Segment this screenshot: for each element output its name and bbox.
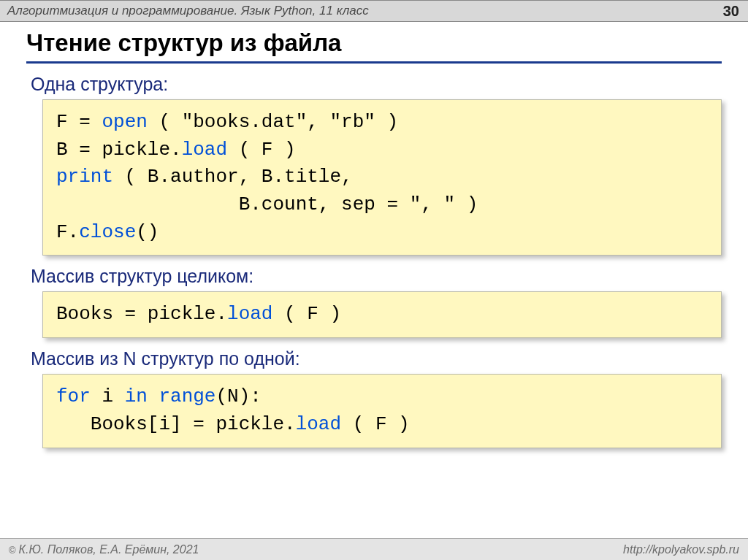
section-label-three-text: Массив из N структур по одной (31, 348, 295, 369)
code-keyword: in (125, 386, 148, 407)
copyright-icon: © (9, 545, 16, 556)
code-text: F = (56, 111, 102, 133)
section-label-two: Массив структур целиком: (31, 266, 722, 287)
code-keyword: open (102, 111, 147, 133)
code-keyword: range (159, 386, 215, 407)
section-label-two-text: Массив структур целиком (31, 266, 248, 286)
code-block-one: F = open ( "books.dat", "rb" ) B = pickl… (42, 99, 722, 256)
code-text: ( B.author, B.title, (113, 166, 353, 188)
code-text: F. (56, 221, 79, 243)
code-text: ( F ) (227, 139, 296, 161)
code-text: (N): (215, 386, 261, 407)
code-text: () (136, 221, 159, 243)
code-keyword: close (79, 221, 136, 243)
footer-url: http://kpolyakov.spb.ru (623, 543, 739, 556)
code-text: B = pickle. (56, 139, 182, 161)
slide-content: Чтение структур из файла Одна структура:… (0, 22, 748, 448)
code-text: Books = pickle. (56, 303, 227, 325)
section-label-one: Одна структура: (31, 74, 722, 95)
code-keyword: load (227, 303, 272, 325)
code-keyword: load (182, 139, 227, 161)
code-text (148, 386, 159, 407)
code-block-three: for i in range(N): Books[i] = pickle.loa… (42, 374, 722, 448)
code-block-two: Books = pickle.load ( F ) (42, 291, 722, 338)
code-keyword: for (56, 386, 91, 407)
code-text: ( F ) (272, 303, 341, 325)
code-keyword: load (296, 413, 341, 435)
footer-authors: ©К.Ю. Поляков, Е.А. Ерёмин, 2021 (9, 543, 199, 556)
section-label-three: Массив из N структур по одной: (31, 348, 722, 369)
footer-authors-text: К.Ю. Поляков, Е.А. Ерёмин, 2021 (19, 543, 199, 556)
code-text: ( F ) (341, 413, 410, 435)
code-text: i (91, 386, 125, 407)
footer-bar: ©К.Ю. Поляков, Е.А. Ерёмин, 2021 http://… (0, 538, 748, 560)
section-label-one-text: Одна структура (31, 74, 163, 94)
code-text: ( "books.dat", "rb" ) (148, 111, 398, 133)
header-title: Алгоритмизация и программирование. Язык … (7, 4, 369, 18)
slide-title: Чтение структур из файла (26, 29, 722, 64)
code-keyword: print (56, 166, 113, 188)
code-text: Books[i] = pickle. (56, 413, 296, 435)
code-text: B.count, sep = ", " ) (56, 193, 478, 215)
page-number: 30 (723, 3, 739, 20)
header-bar: Алгоритмизация и программирование. Язык … (0, 0, 748, 22)
